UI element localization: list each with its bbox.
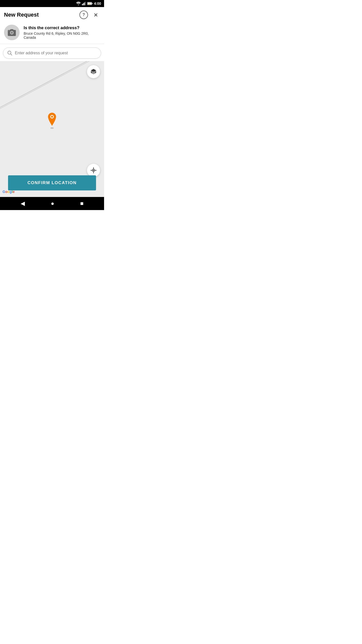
svg-text:⚡: ⚡ bbox=[88, 3, 90, 5]
header: New Request ? × bbox=[0, 7, 104, 22]
map-marker bbox=[47, 113, 58, 129]
map-content: Google CONFIRM LOCATION bbox=[0, 61, 104, 197]
layers-icon bbox=[90, 68, 97, 75]
svg-point-13 bbox=[51, 116, 53, 118]
address-text-block: Is this the correct address? Bruce Count… bbox=[24, 25, 100, 39]
map-area: Google CONFIRM LOCATION bbox=[0, 61, 104, 197]
svg-point-22 bbox=[93, 170, 94, 171]
svg-line-11 bbox=[11, 54, 12, 55]
signal-icon bbox=[82, 2, 86, 5]
back-button[interactable]: ◀ bbox=[21, 200, 25, 207]
svg-rect-1 bbox=[83, 3, 84, 5]
svg-point-8 bbox=[11, 31, 13, 34]
search-input[interactable] bbox=[15, 51, 97, 55]
layer-button[interactable] bbox=[87, 65, 100, 78]
location-pin-icon bbox=[47, 113, 58, 127]
svg-rect-3 bbox=[85, 2, 86, 5]
svg-text:+: + bbox=[8, 29, 10, 32]
search-bar-wrap bbox=[0, 44, 104, 61]
marker-shadow bbox=[50, 127, 54, 129]
svg-marker-16 bbox=[91, 72, 96, 74]
status-bar: ⚡ 4:00 bbox=[0, 0, 104, 7]
battery-icon: ⚡ bbox=[87, 2, 93, 5]
svg-rect-0 bbox=[82, 4, 83, 5]
recents-button[interactable]: ■ bbox=[80, 200, 83, 207]
address-value: Bruce County Rd 6, Ripley, ON N0G 2R0, C… bbox=[24, 31, 100, 39]
help-button[interactable]: ? bbox=[79, 11, 88, 19]
close-button[interactable]: × bbox=[92, 11, 100, 19]
nav-bar: ◀ ● ■ bbox=[0, 197, 104, 210]
wifi-icon bbox=[76, 2, 81, 5]
page-title: New Request bbox=[4, 12, 39, 18]
camera-icon-wrap: + bbox=[4, 25, 20, 40]
header-actions: ? × bbox=[79, 11, 100, 19]
address-card: + Is this the correct address? Bruce Cou… bbox=[0, 22, 104, 44]
home-button[interactable]: ● bbox=[51, 200, 54, 207]
camera-icon: + bbox=[8, 29, 16, 36]
search-bar bbox=[3, 48, 101, 59]
status-icons: ⚡ 4:00 bbox=[76, 2, 101, 6]
clock: 4:00 bbox=[94, 2, 101, 6]
address-question: Is this the correct address? bbox=[24, 25, 100, 30]
svg-rect-5 bbox=[92, 3, 93, 4]
confirm-button-overlay: CONFIRM LOCATION bbox=[0, 172, 104, 197]
search-icon bbox=[7, 50, 12, 56]
confirm-location-button[interactable]: CONFIRM LOCATION bbox=[8, 175, 96, 190]
svg-rect-2 bbox=[84, 3, 85, 5]
